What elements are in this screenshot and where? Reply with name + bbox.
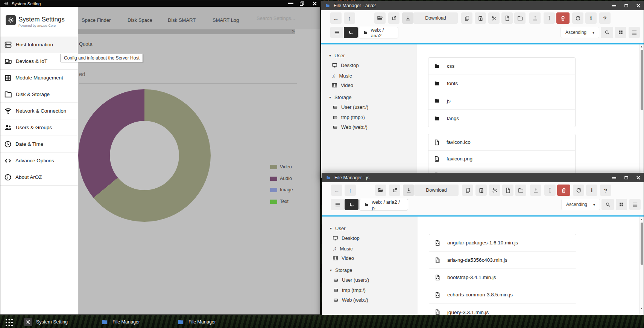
- maximize-button[interactable]: [624, 175, 629, 180]
- taskbar-item-system-setting[interactable]: System Setting: [24, 318, 68, 326]
- back-button[interactable]: ←: [331, 185, 342, 196]
- tab-space-finder[interactable]: Space Finder: [82, 17, 111, 23]
- system-settings-titlebar[interactable]: System Setting: [0, 0, 320, 7]
- grid-view-button[interactable]: [616, 199, 627, 210]
- tree-section-user[interactable]: ▾User: [330, 226, 345, 231]
- info-button[interactable]: i: [585, 12, 597, 24]
- scroll-down-icon[interactable]: ▼: [640, 307, 643, 310]
- breadcrumb[interactable]: web: / aria2: [358, 27, 398, 38]
- taskbar-item-file-manager-1[interactable]: File Manager: [101, 319, 140, 325]
- sidebar-item-disk-storage[interactable]: Disk & Storage: [0, 86, 78, 103]
- delete-button[interactable]: [556, 12, 570, 24]
- tab-scroll-right-button[interactable]: >: [292, 29, 295, 34]
- tree-item-desktop[interactable]: Desktop: [332, 63, 359, 68]
- copy-button[interactable]: [462, 185, 473, 196]
- help-button[interactable]: ?: [599, 12, 611, 24]
- download-icon-button[interactable]: [403, 185, 414, 196]
- tree-section-storage[interactable]: ▾Storage: [330, 267, 352, 273]
- back-button[interactable]: ←: [330, 12, 342, 24]
- download-button[interactable]: Download: [414, 185, 459, 196]
- paste-button[interactable]: [475, 12, 486, 24]
- minimize-button[interactable]: [288, 3, 293, 4]
- tree-section-user[interactable]: ▾User: [329, 53, 345, 58]
- tree-item-web-drive[interactable]: Web (web:/): [333, 297, 368, 303]
- new-file-button[interactable]: [501, 12, 513, 24]
- rename-button[interactable]: [544, 185, 556, 196]
- list-item-file-echarts[interactable]: echarts-common-3.8.5.min.js: [429, 286, 576, 304]
- cut-button[interactable]: [488, 12, 500, 24]
- up-button[interactable]: ↑: [345, 185, 356, 196]
- dark-mode-button[interactable]: [345, 199, 358, 210]
- scrollbar-thumb[interactable]: [641, 223, 643, 265]
- refresh-button[interactable]: [573, 185, 584, 196]
- list-item-folder-langs[interactable]: langs: [428, 110, 575, 127]
- grid-view-button[interactable]: [615, 27, 626, 38]
- list-item-folder-css[interactable]: css: [428, 58, 575, 75]
- delete-button[interactable]: [557, 185, 570, 196]
- tree-item-music[interactable]: ♫Music: [333, 246, 352, 252]
- restore-button[interactable]: [299, 1, 304, 6]
- list-item-file-favicon-png[interactable]: favicon.png: [428, 151, 575, 167]
- list-item-file-aria-ng[interactable]: aria-ng-da5356c403.min.js: [429, 252, 576, 269]
- help-button[interactable]: ?: [600, 185, 611, 196]
- scrollbar-thumb[interactable]: [641, 50, 643, 110]
- search-button[interactable]: [601, 27, 613, 38]
- scroll-up-icon[interactable]: ▲: [640, 45, 643, 48]
- new-folder-button[interactable]: [514, 12, 526, 24]
- minimize-button[interactable]: [612, 177, 616, 178]
- rename-button[interactable]: [544, 12, 555, 24]
- scrollbar[interactable]: ▲ ▼: [639, 44, 644, 178]
- sort-order-dropdown[interactable]: Ascending▾: [561, 199, 600, 210]
- close-button[interactable]: [312, 1, 317, 6]
- list-item-file-bootstrap[interactable]: bootstrap-3.4.1.min.js: [429, 269, 576, 286]
- maximize-button[interactable]: [624, 3, 629, 8]
- tree-item-tmp-drive[interactable]: tmp (tmp:/): [333, 114, 365, 120]
- fm-titlebar[interactable]: File Manager - aria2: [321, 1, 644, 10]
- list-item-folder-js[interactable]: js: [428, 92, 575, 110]
- menu-button[interactable]: [331, 199, 344, 210]
- sort-order-dropdown[interactable]: Ascending▾: [560, 27, 599, 38]
- tab-scrollbar[interactable]: >: [78, 29, 295, 34]
- list-item-file-angular[interactable]: angular-packages-1.6.10.min.js: [429, 234, 576, 252]
- tree-item-tmp-drive[interactable]: tmp (tmp:/): [333, 287, 366, 293]
- sidebar-item-about-aroz[interactable]: About ArOZ: [0, 169, 78, 186]
- search-button[interactable]: [601, 199, 614, 210]
- close-button[interactable]: [636, 3, 641, 8]
- tree-section-storage[interactable]: ▾Storage: [329, 95, 352, 100]
- info-button[interactable]: i: [586, 185, 597, 196]
- open-folder-button[interactable]: [374, 12, 386, 24]
- tree-item-web-drive[interactable]: Web (web:/): [333, 124, 368, 130]
- open-external-button[interactable]: [389, 185, 400, 196]
- tab-disk-smart[interactable]: Disk SMART: [168, 17, 196, 23]
- settings-search-input[interactable]: [256, 15, 301, 21]
- list-item-file-favicon-ico[interactable]: favicon.ico: [428, 134, 575, 151]
- upload-button[interactable]: [530, 185, 541, 196]
- copy-button[interactable]: [461, 12, 472, 24]
- tree-item-desktop[interactable]: Desktop: [333, 235, 360, 241]
- list-item-folder-fonts[interactable]: fonts: [428, 75, 575, 92]
- download-button[interactable]: Download: [413, 12, 458, 24]
- apps-grid-icon[interactable]: [5, 318, 13, 326]
- menu-button[interactable]: [330, 27, 343, 38]
- sidebar-item-module-management[interactable]: Module Management: [0, 70, 78, 86]
- up-button[interactable]: ↑: [344, 12, 355, 24]
- new-folder-button[interactable]: [515, 185, 526, 196]
- refresh-button[interactable]: [572, 12, 583, 24]
- tree-item-user-drive[interactable]: User (user:/): [333, 104, 368, 110]
- taskbar-item-file-manager-2[interactable]: File Manager: [177, 319, 216, 325]
- fm-titlebar[interactable]: File Manager - js: [322, 173, 644, 182]
- open-external-button[interactable]: [388, 12, 399, 24]
- upload-button[interactable]: [529, 12, 541, 24]
- tree-item-user-drive[interactable]: User (user:/): [333, 277, 369, 283]
- sidebar-item-advance-options[interactable]: Advance Options: [0, 153, 78, 169]
- breadcrumb[interactable]: web: / aria2 / js: [359, 199, 408, 211]
- scroll-up-icon[interactable]: ▲: [640, 218, 643, 221]
- sidebar-item-users-groups[interactable]: Users & Groups: [0, 119, 78, 136]
- paste-button[interactable]: [475, 185, 487, 196]
- tab-disk-space[interactable]: Disk Space: [128, 17, 152, 23]
- tree-item-music[interactable]: ♫Music: [332, 73, 352, 79]
- tree-item-video[interactable]: Video: [332, 82, 353, 88]
- new-file-button[interactable]: [502, 185, 513, 196]
- scrollbar[interactable]: ▲ ▼: [639, 217, 644, 328]
- list-view-button[interactable]: [629, 199, 641, 210]
